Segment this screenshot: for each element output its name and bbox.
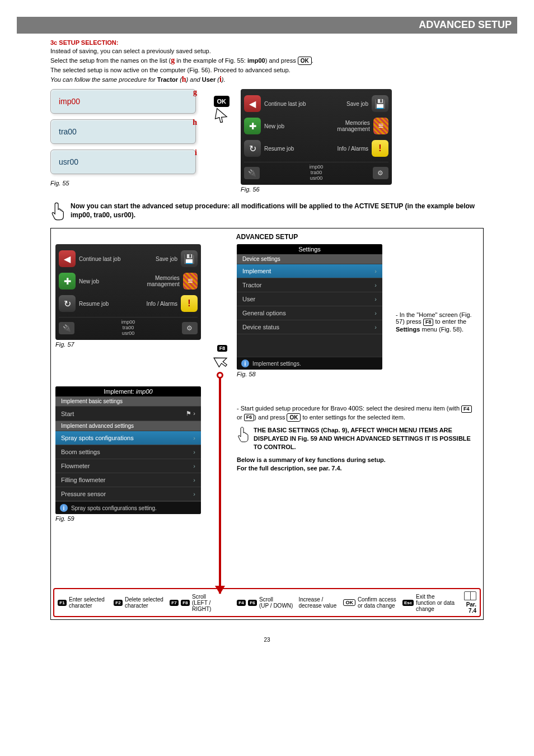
kf-f4f6: F4F6Scroll(UP / DOWN) [237,596,293,609]
row-status[interactable]: Device status› [237,320,382,334]
alarm-icon-57[interactable]: ! [181,295,198,312]
t2c: ) and press [265,57,298,64]
advanced-top-grid: ◀Continue last jobSave job💾 ✚New jobMemo… [55,244,479,377]
letter-g: g [193,88,197,97]
row-start[interactable]: Start⚑ › [55,407,201,421]
pointing-hand-icon [50,202,66,221]
settings-footer: iImplement settings. [237,357,382,370]
row-user[interactable]: User› [237,292,382,306]
ok-key-label: OK [214,96,230,107]
t2a: Select the setup from the names on the l… [50,57,171,64]
row-resume-info: ↻Resume job Info / Alarms! [244,137,388,160]
finger-note-1-text: Now you can start the advanced setup pro… [71,202,484,220]
chevron-right-icon: › [374,310,377,316]
memories-icon[interactable]: ≡ [373,118,388,134]
fig59-screen: Implement: imp00 Implement basic setting… [55,386,201,514]
t2end: . [312,57,313,64]
screen-bottom-row: 🔌 imp00 tra00 usr00 ⚙ [244,162,388,181]
back-arrow-icon-57[interactable]: ◀ [59,250,76,267]
cursor-icon-2 [212,350,233,371]
continue-label: Continue last job [264,101,306,107]
save-icon[interactable]: 💾 [372,95,388,112]
row-implement[interactable]: Implement› [237,264,382,278]
book-icon [464,591,476,600]
card-usr00[interactable]: usr00 i [50,150,196,174]
ok-key-cursor: OK [214,96,230,124]
fig55-column: imp00 g tra00 h usr00 i Fig. 55 OK [50,89,196,186]
resume-icon[interactable]: ↻ [244,140,261,157]
imp-inline: imp00 [247,57,265,64]
pointing-hand-icon-2 [237,426,250,443]
row-spray[interactable]: Spray spots configurations› [55,431,201,445]
row-fill[interactable]: Filling flowmeter› [55,473,201,487]
kf-f2: F2Delete selected character [114,596,164,609]
red-arrow [219,374,221,594]
t2b: in the example of Fig. 55: [175,57,247,64]
row-new-mem: ✚New job Memories management≡ [244,115,388,137]
alarm-icon[interactable]: ! [372,140,388,157]
card-usr00-label: usr00 [59,157,78,166]
section-3c-text: Instead of saving, you can select a prev… [50,47,484,85]
row-device-settings: Device settings [237,254,382,264]
plus-icon[interactable]: ✚ [244,118,261,134]
letter-i: i [195,148,197,157]
row-general[interactable]: General options› [237,306,382,320]
fig55-caption: Fig. 55 [50,180,196,186]
warn-block: THE BASIC SETTINGS (Chap. 9), AFFECT WHI… [237,426,479,451]
row-press[interactable]: Pressure sensor› [55,487,201,501]
chevron-right-icon: › [374,324,377,330]
grp-adv: Implement advanced settings [55,421,201,431]
t3: The selected setup is now active on the … [50,67,291,73]
page-title: ADVANCED SETUP [419,19,512,31]
memories-icon-57[interactable]: ≡ [183,273,198,290]
row-tractor[interactable]: Tractor› [237,278,382,292]
usb-icon[interactable]: 🔌 [244,167,260,179]
chevron-right-icon: › [374,282,377,288]
fig56-screen: ◀Continue last job Save job💾 ✚New job Me… [241,89,392,185]
card-imp00[interactable]: imp00 g [50,89,196,114]
f6-pill: F6 [244,414,255,421]
letter-h: h [193,118,197,127]
ok-pill-2: OK [287,413,301,422]
info-icon: i [60,504,68,512]
fig58-column: Settings Device settings Implement› Trac… [237,244,388,377]
resume-label: Resume job [264,146,294,152]
usb-icon-57[interactable]: 🔌 [59,322,74,334]
page-header: ADVANCED SETUP [17,17,517,34]
plus-icon-57[interactable]: ✚ [59,273,76,290]
kf-f7f8: F7F8Scroll(LEFT / RIGHT) [170,594,231,612]
fig59-caption: Fig. 59 [55,515,207,522]
impl-footer: iSpray spots configurations setting. [55,501,201,514]
fig56-column: ◀Continue last job Save job💾 ✚New job Me… [241,89,392,193]
chevron-right-icon: › [193,449,195,455]
t4: You can follow the same procedure for Tr… [50,76,226,83]
settings-title: Settings [237,244,382,254]
info-label: Info / Alarms [337,146,368,152]
gear-icon-57[interactable]: ⚙ [182,322,198,334]
key-footer: F1Enter selected character F2Delete sele… [53,588,481,617]
fig57-caption: Fig. 57 [55,341,207,348]
finger-note-1: Now you can start the advanced setup pro… [50,202,484,221]
card-tra00[interactable]: tra00 h [50,119,196,144]
kf-incdec: Increase / decrease value [298,596,338,609]
fig58-caption: Fig. 58 [237,371,388,377]
fig57-screen: ◀Continue last jobSave job💾 ✚New jobMemo… [55,244,201,340]
resume-icon-57[interactable]: ↻ [59,295,76,312]
back-arrow-icon[interactable]: ◀ [244,95,261,112]
advanced-right-text: - Start guided setup procedure for Bravo… [237,382,479,473]
chevron-right-icon: › [193,477,195,483]
ok-pill-1: OK [298,57,312,65]
mem-label: Memories management [316,120,370,132]
gear-icon[interactable]: ⚙ [373,167,388,179]
save-icon-57[interactable]: 💾 [181,250,198,267]
chevron-right-icon: › [193,491,195,497]
fig59-column: Implement: imp00 Implement basic setting… [55,382,207,522]
active-setup-labels: imp00 tra00 usr00 [310,165,324,181]
fig57-column: ◀Continue last jobSave job💾 ✚New jobMemo… [55,244,207,348]
row-flow[interactable]: Flowmeter› [55,459,201,473]
row-boom[interactable]: Boom settings› [55,445,201,459]
kf-f1: F1Enter selected character [58,596,108,609]
fig56-caption: Fig. 56 [241,186,392,193]
kf-ok: OKConfirm access or data change [343,596,397,609]
flag-chevron-icon: ⚑ › [186,410,195,417]
